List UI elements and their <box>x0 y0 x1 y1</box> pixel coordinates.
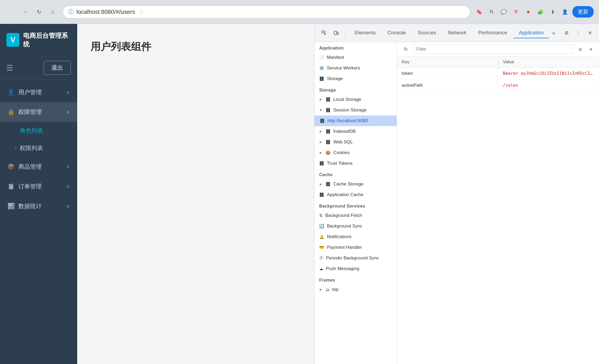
devtools-close-icon[interactable]: ✕ <box>585 28 595 38</box>
devtools-settings-icon[interactable]: ⚙ <box>562 28 571 38</box>
filter-clear-button[interactable]: ✕ <box>587 45 595 53</box>
nav-service-workers[interactable]: ⚙️ Service Workers <box>314 63 397 73</box>
inspect-element-button[interactable] <box>319 28 329 38</box>
svg-rect-0 <box>322 31 324 33</box>
svg-rect-3 <box>334 31 337 35</box>
nav-trust-tokens-label: Trust Tokens <box>327 161 352 166</box>
col-header-key: Key <box>397 57 498 67</box>
grid2-icon: ▫ <box>15 146 17 151</box>
nav-session-localhost[interactable]: 🗄️ http://localhost:8080 <box>314 115 397 126</box>
submenu-permissions-label: 权限列表 <box>20 144 43 152</box>
chevron-up-icon: ∧ <box>66 109 70 115</box>
address-bar[interactable]: ⓘ localhost:8080/#/users ☆ <box>63 6 470 18</box>
data-table: Key Value token Bearer eyJhbGciOiJIUzI1N… <box>397 57 599 364</box>
sidebar-item-products[interactable]: 📦 商品管理 ∨ <box>0 157 77 177</box>
svg-rect-4 <box>337 32 338 34</box>
nav-label-stats: 数据统计 <box>18 202 42 210</box>
nav-local-storage[interactable]: ► 🗄️ Local Storage <box>314 94 397 105</box>
nav-menu: 👤 用户管理 ∨ 🔒 权限管理 ∧ ▫ 角色列表 ▫ 权限列表 <box>0 80 77 364</box>
nav-storage-app[interactable]: 🗄️ Storage <box>314 73 397 84</box>
update-button[interactable]: 更新 <box>572 6 594 18</box>
forward-button[interactable]: → <box>19 6 31 18</box>
sidebar-item-permissions[interactable]: 🔒 权限管理 ∧ <box>0 102 77 122</box>
nav-cookies-label: Cookies <box>333 150 350 155</box>
more-tabs-icon[interactable]: » <box>550 28 557 38</box>
nav-session-storage[interactable]: ▼ 🗄️ Session Storage <box>314 105 397 115</box>
device-toolbar-button[interactable] <box>331 28 342 38</box>
section-header-storage: Storage <box>314 84 397 94</box>
nav-cookies[interactable]: ► 🍪 Cookies <box>314 147 397 158</box>
tab-network[interactable]: Network <box>443 28 472 38</box>
products-chevron-icon: ∨ <box>66 164 70 170</box>
filter-input[interactable] <box>413 45 573 54</box>
app-title: 电商后台管理系统 <box>23 31 71 48</box>
sidebar-item-orders[interactable]: 📋 订单管理 ∨ <box>0 177 77 196</box>
profile-icon[interactable]: 👤 <box>560 7 570 17</box>
ext-notion[interactable]: N <box>487 7 496 17</box>
nav-label-permissions: 权限管理 <box>18 108 42 116</box>
devtools-topbar: Elements Console Sources Network Perform… <box>314 24 599 42</box>
tab-elements[interactable]: Elements <box>349 28 381 38</box>
home-button[interactable]: ⌂ <box>47 6 59 18</box>
submenu-permissions[interactable]: ▫ 权限列表 <box>0 139 77 157</box>
nav-cache-storage[interactable]: ► 🗄️ Cache Storage <box>314 179 397 189</box>
db-icon-local: 🗄️ <box>326 97 331 102</box>
table-row[interactable]: activePath /roles <box>397 80 599 92</box>
app-container: V 电商后台管理系统 ☰ 退出 👤 用户管理 ∨ 🔒 权限管理 ∧ <box>0 24 599 364</box>
nav-trust-tokens[interactable]: 🗄️ Trust Tokens <box>314 158 397 169</box>
notifications-icon: 🔔 <box>319 234 324 239</box>
submenu-roles[interactable]: ▫ 角色列表 <box>0 122 77 139</box>
permissions-icon: 🔒 <box>7 109 15 115</box>
filter-invert-button[interactable]: ⊘ <box>576 45 584 53</box>
devtools-content: Application 📄 Manifest ⚙️ Service Worker… <box>314 42 599 364</box>
nav-payment-handler-label: Payment Handler <box>327 245 362 250</box>
products-icon: 📦 <box>7 163 15 170</box>
expand-local-storage-icon: ► <box>319 98 322 101</box>
ext-puzzle[interactable]: 🧩 <box>536 7 545 17</box>
nav-label-orders: 订单管理 <box>18 183 42 191</box>
logout-button[interactable]: 退出 <box>44 61 71 75</box>
sidebar-item-users[interactable]: 👤 用户管理 ∨ <box>0 82 77 102</box>
devtools-main-panel: ↻ ⊘ ✕ Key Value token Bearer eyJhbGciOiJ… <box>397 42 599 364</box>
ext-discord[interactable]: 💬 <box>499 7 508 17</box>
nav-notifications[interactable]: 🔔 Notifications <box>314 231 397 242</box>
nav-indexeddb[interactable]: ► 🗄️ IndexedDB <box>314 126 397 137</box>
ext-vivaldi[interactable]: V <box>511 7 521 17</box>
grid-icon: ▫ <box>15 128 17 134</box>
sidebar-item-stats[interactable]: 📊 数据统计 ∨ <box>0 196 77 216</box>
nav-application-cache-label: Application Cache <box>327 192 363 197</box>
nav-periodic-bg-sync[interactable]: ⏱ Periodic Background Sync <box>314 253 397 263</box>
nav-push-messaging[interactable]: ☁ Push Messaging <box>314 263 397 274</box>
nav-payment-handler[interactable]: 💳 Payment Handler <box>314 242 397 253</box>
expand-websql-icon: ► <box>319 140 322 144</box>
star-icon[interactable]: ☆ <box>139 9 144 15</box>
cookie-icon: 🍪 <box>326 150 331 155</box>
tab-application[interactable]: Application <box>514 28 549 38</box>
devtools-kebab-icon[interactable]: ⋮ <box>573 28 583 38</box>
tab-sources[interactable]: Sources <box>412 28 442 38</box>
nav-storage-app-label: Storage <box>327 76 343 81</box>
ext-bookmark[interactable]: 🔖 <box>474 7 484 17</box>
nav-bg-sync[interactable]: 🔄 Background Sync <box>314 221 397 231</box>
stats-icon: 📊 <box>7 203 15 210</box>
sidebar-toggle-icon[interactable]: ☰ <box>6 64 13 72</box>
ext-lastpass[interactable]: ★ <box>523 7 533 17</box>
table-cell-value-0: Bearer eyJhbGciOiJIUzI1NiIsInR5cCI6Ik... <box>498 68 599 79</box>
manifest-icon: 📄 <box>319 55 324 60</box>
nav-manifest-label: Manifest <box>327 55 344 60</box>
tab-performance[interactable]: Performance <box>473 28 512 38</box>
nav-frames-top[interactable]: ► 🗂 top <box>314 284 397 295</box>
nav-manifest[interactable]: 📄 Manifest <box>314 52 397 63</box>
filter-refresh-button[interactable]: ↻ <box>401 45 410 54</box>
nav-web-sql[interactable]: ► 🗄️ Web SQL <box>314 137 397 147</box>
nav-bg-fetch[interactable]: ⇅ Background Fetch <box>314 210 397 221</box>
tab-console[interactable]: Console <box>382 28 411 38</box>
refresh-button[interactable]: ↻ <box>33 6 45 18</box>
back-button[interactable]: ← <box>5 6 17 18</box>
app-logo: V 电商后台管理系统 <box>0 24 77 56</box>
ext-download[interactable]: ⬇ <box>548 7 557 17</box>
nav-application-cache[interactable]: 🗄️ Application Cache <box>314 189 397 200</box>
orders-chevron-icon: ∨ <box>66 184 70 189</box>
nav-service-workers-label: Service Workers <box>327 65 360 71</box>
table-row[interactable]: token Bearer eyJhbGciOiJIUzI1NiIsInR5cCI… <box>397 68 599 80</box>
